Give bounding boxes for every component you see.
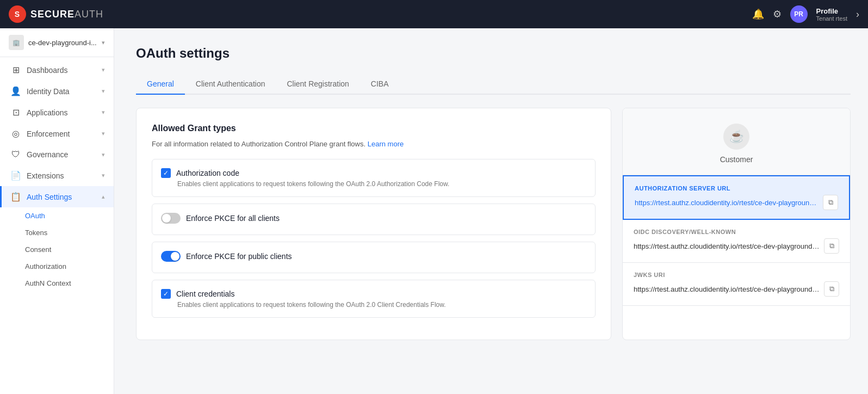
tab-client-authentication[interactable]: Client Authentication (185, 74, 276, 95)
jwks-uri-title: JWKS URI (634, 272, 839, 278)
enforce-pkce-all-label: Enforce PKCE for all clients (186, 214, 280, 223)
profile-tenant: Tenant rtest (816, 15, 847, 22)
auth-settings-icon: 📋 (10, 192, 21, 202)
authorization-code-label: Authorization code (176, 169, 239, 177)
oidc-discovery-section: OIDC DISCOVERY/WELL-KNOWN https://rtest.… (623, 220, 850, 263)
oidc-discovery-title: OIDC DISCOVERY/WELL-KNOWN (634, 229, 839, 235)
sidebar-item-identity-data[interactable]: 👤 Identity Data ▾ (0, 81, 114, 102)
sidebar-subitem-authorization[interactable]: Authorization (0, 258, 114, 275)
topnav-icons: 🔔 ⚙ PR Profile Tenant rtest › (752, 5, 859, 23)
tabs: General Client Authentication Client Reg… (136, 74, 851, 95)
identity-data-chevron-icon: ▾ (102, 88, 105, 95)
tab-ciba[interactable]: CIBA (360, 74, 400, 95)
enforcement-chevron-icon: ▾ (102, 130, 105, 137)
sidebar-item-applications[interactable]: ⊡ Applications ▾ (0, 102, 114, 123)
applications-chevron-icon: ▾ (102, 109, 105, 116)
settings-icon[interactable]: ⚙ (773, 8, 782, 20)
expand-icon[interactable]: › (856, 9, 859, 20)
sidebar-item-auth-settings[interactable]: 📋 Auth Settings ▴ (0, 186, 114, 207)
grant-item-client-credentials: ✓ Client credentials Enables client appl… (152, 280, 596, 318)
identity-data-icon: 👤 (10, 86, 21, 96)
tenant-chevron-icon: ▾ (102, 39, 105, 46)
governance-label: Governance (27, 150, 96, 159)
identity-data-label: Identity Data (27, 87, 96, 96)
customer-icon: ☕ (723, 124, 749, 150)
tab-general[interactable]: General (136, 74, 185, 95)
grant-item-enforce-pkce-public: Enforce PKCE for public clients (152, 242, 596, 273)
section-title: Allowed Grant types (152, 124, 596, 133)
sidebar: 🏢 ce-dev-playground-i... ▾ ⊞ Dashboards … (0, 28, 114, 394)
topnav: S SECUREAUTH 🔔 ⚙ PR Profile Tenant rtest… (0, 0, 868, 28)
brand-name: SECUREAUTH (30, 9, 103, 20)
client-credentials-desc: Enables client applications to request t… (161, 301, 586, 309)
applications-icon: ⊡ (10, 107, 21, 118)
client-credentials-checkbox[interactable]: ✓ (161, 289, 171, 299)
grant-item-authorization-code: ✓ Authorization code Enables client appl… (152, 159, 596, 197)
auth-settings-label: Auth Settings (27, 193, 96, 201)
section-description: For all information related to Authoriza… (152, 140, 596, 148)
notification-icon[interactable]: 🔔 (752, 8, 764, 20)
sidebar-item-enforcement[interactable]: ◎ Enforcement ▾ (0, 123, 114, 144)
logo[interactable]: S SECUREAUTH (9, 5, 103, 23)
authorization-code-desc: Enables client applications to request t… (161, 180, 586, 188)
oidc-discovery-copy-button[interactable]: ⧉ (824, 238, 839, 254)
dashboards-label: Dashboards (27, 66, 96, 75)
jwks-uri-section: JWKS URI https://rtest.authz.cloudidenti… (623, 263, 850, 306)
logo-icon: S (9, 5, 26, 23)
side-panel: ☕ Customer AUTHORIZATION SERVER URL http… (622, 108, 851, 340)
side-panel-top: ☕ Customer (623, 108, 850, 175)
customer-label: Customer (720, 155, 753, 164)
profile-name: Profile (816, 7, 847, 15)
jwks-uri-copy-button[interactable]: ⧉ (824, 281, 839, 297)
extensions-icon: 📄 (10, 170, 21, 181)
auth-server-url-section: AUTHORIZATION SERVER URL https://rtest.a… (623, 175, 850, 220)
auth-settings-chevron-icon: ▴ (102, 193, 105, 200)
authorization-code-checkbox[interactable]: ✓ (161, 168, 171, 178)
auth-server-url-copy-button[interactable]: ⧉ (823, 195, 838, 210)
sidebar-subitem-authn-context[interactable]: AuthN Context (0, 275, 114, 292)
sidebar-item-dashboards[interactable]: ⊞ Dashboards ▾ (0, 59, 114, 81)
toggle-knob-public (171, 252, 179, 261)
tenant-selector[interactable]: 🏢 ce-dev-playground-i... ▾ (0, 28, 114, 57)
extensions-label: Extensions (27, 171, 96, 180)
jwks-uri-url-text: https://rtest.authz.cloudidentity.io/rte… (634, 285, 820, 293)
profile-info[interactable]: Profile Tenant rtest (816, 7, 847, 22)
auth-server-url-title: AUTHORIZATION SERVER URL (635, 185, 838, 192)
auth-server-url-text: https://rtest.authz.cloudidentity.io/rte… (635, 199, 819, 207)
grant-item-enforce-pkce-all: Enforce PKCE for all clients (152, 204, 596, 235)
enforce-pkce-all-toggle[interactable] (161, 213, 181, 224)
sidebar-item-extensions[interactable]: 📄 Extensions ▾ (0, 165, 114, 186)
page-title: OAuth settings (136, 46, 851, 61)
sidebar-subitem-tokens[interactable]: Tokens (0, 224, 114, 241)
avatar[interactable]: PR (790, 5, 808, 23)
enforcement-label: Enforcement (27, 130, 96, 138)
enforce-pkce-public-label: Enforce PKCE for public clients (186, 252, 292, 261)
sidebar-nav: ⊞ Dashboards ▾ 👤 Identity Data ▾ ⊡ Appli… (0, 57, 114, 294)
dashboards-icon: ⊞ (10, 65, 21, 75)
main-panel: Allowed Grant types For all information … (136, 108, 611, 340)
governance-icon: 🛡 (10, 150, 21, 159)
toggle-knob (162, 214, 171, 223)
client-credentials-label: Client credentials (176, 290, 234, 298)
sidebar-item-governance[interactable]: 🛡 Governance ▾ (0, 144, 114, 165)
sidebar-subitem-consent[interactable]: Consent (0, 241, 114, 258)
extensions-chevron-icon: ▾ (102, 172, 105, 179)
dashboards-chevron-icon: ▾ (102, 66, 105, 73)
tenant-name: ce-dev-playground-i... (28, 39, 97, 47)
learn-more-link[interactable]: Learn more (368, 140, 404, 148)
tenant-icon: 🏢 (9, 35, 24, 50)
governance-chevron-icon: ▾ (102, 151, 105, 158)
applications-label: Applications (27, 108, 96, 117)
enforce-pkce-public-toggle[interactable] (161, 251, 181, 262)
tab-client-registration[interactable]: Client Registration (276, 74, 359, 95)
enforcement-icon: ◎ (10, 128, 21, 139)
main-content: OAuth settings General Client Authentica… (114, 28, 868, 394)
sidebar-subitem-oauth[interactable]: OAuth (0, 207, 114, 224)
panels: Allowed Grant types For all information … (136, 108, 851, 340)
oidc-discovery-url-text: https://rtest.authz.cloudidentity.io/rte… (634, 242, 820, 250)
